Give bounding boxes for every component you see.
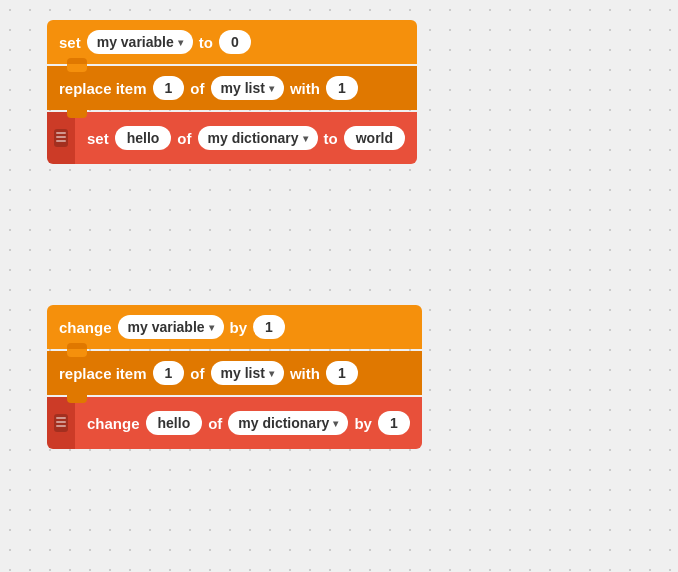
- key-input-hello-2[interactable]: hello: [146, 411, 203, 435]
- set-label-2: set: [87, 130, 109, 147]
- list-label-2: my list: [221, 365, 265, 381]
- list-dropdown[interactable]: my list ▾: [211, 76, 284, 100]
- replace-item-block[interactable]: replace item 1 of my list ▾ with 1: [47, 66, 417, 110]
- by-value-input[interactable]: 1: [253, 315, 285, 339]
- dropdown-arrow-icon-4: ▾: [209, 322, 214, 333]
- of-label: of: [190, 80, 204, 97]
- variable-label-2: my variable: [128, 319, 205, 335]
- dict-block-inner-2: change hello of my dictionary ▾ by 1: [75, 397, 422, 449]
- set-dictionary-block[interactable]: set hello of my dictionary ▾ to world: [47, 112, 417, 164]
- with-value-input[interactable]: 1: [326, 76, 358, 100]
- by-label: by: [230, 319, 248, 336]
- handle-icon: [54, 129, 68, 147]
- dictionary-label-2: my dictionary: [238, 415, 329, 431]
- variable-label: my variable: [97, 34, 174, 50]
- dict-handle-2: [47, 397, 75, 449]
- to-label-2: to: [324, 130, 338, 147]
- to-label: to: [199, 34, 213, 51]
- replace-item-block-2[interactable]: replace item 1 of my list ▾ with 1: [47, 351, 422, 395]
- set-label: set: [59, 34, 81, 51]
- variable-dropdown-2[interactable]: my variable ▾: [118, 315, 224, 339]
- set-variable-block[interactable]: set my variable ▾ to 0: [47, 20, 417, 64]
- change-label-2: change: [87, 415, 140, 432]
- dictionary-dropdown-2[interactable]: my dictionary ▾: [228, 411, 348, 435]
- replace-label: replace item: [59, 80, 147, 97]
- list-label: my list: [221, 80, 265, 96]
- change-dictionary-block[interactable]: change hello of my dictionary ▾ by 1: [47, 397, 422, 449]
- world-value-input[interactable]: world: [344, 126, 405, 150]
- dropdown-arrow-icon-6: ▾: [333, 418, 338, 429]
- replace-label-2: replace item: [59, 365, 147, 382]
- of-label-2: of: [177, 130, 191, 147]
- dictionary-label: my dictionary: [208, 130, 299, 146]
- dictionary-dropdown[interactable]: my dictionary ▾: [198, 126, 318, 150]
- with-label: with: [290, 80, 320, 97]
- with-value-input-2[interactable]: 1: [326, 361, 358, 385]
- with-label-2: with: [290, 365, 320, 382]
- dict-block-inner: set hello of my dictionary ▾ to world: [75, 112, 417, 164]
- dict-handle: [47, 112, 75, 164]
- block-group-2: change my variable ▾ by 1 replace item 1…: [47, 305, 422, 449]
- variable-dropdown[interactable]: my variable ▾: [87, 30, 193, 54]
- dropdown-arrow-icon: ▾: [178, 37, 183, 48]
- value-input-0[interactable]: 0: [219, 30, 251, 54]
- workspace: set my variable ▾ to 0 replace item 1 of…: [0, 0, 678, 572]
- dropdown-arrow-icon-2: ▾: [269, 83, 274, 94]
- by-value-input-2[interactable]: 1: [378, 411, 410, 435]
- dropdown-arrow-icon-3: ▾: [303, 133, 308, 144]
- dropdown-arrow-icon-5: ▾: [269, 368, 274, 379]
- by-label-2: by: [354, 415, 372, 432]
- change-variable-block[interactable]: change my variable ▾ by 1: [47, 305, 422, 349]
- list-dropdown-2[interactable]: my list ▾: [211, 361, 284, 385]
- of-label-3: of: [190, 365, 204, 382]
- block-group-1: set my variable ▾ to 0 replace item 1 of…: [47, 20, 417, 164]
- index-input-1[interactable]: 1: [153, 76, 185, 100]
- change-label: change: [59, 319, 112, 336]
- handle-icon-2: [54, 414, 68, 432]
- index-input-2[interactable]: 1: [153, 361, 185, 385]
- key-input-hello[interactable]: hello: [115, 126, 172, 150]
- of-label-4: of: [208, 415, 222, 432]
